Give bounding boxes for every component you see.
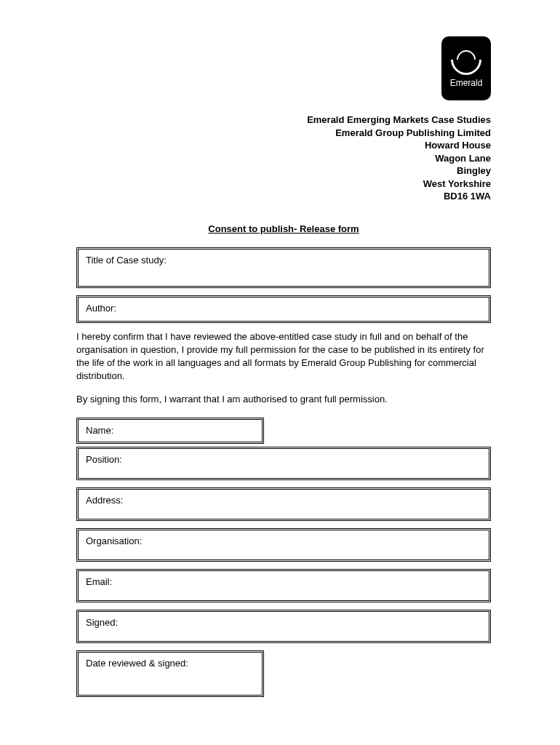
- date-label: Date reviewed & signed:: [86, 658, 188, 669]
- logo-container: Emerald: [76, 36, 491, 100]
- address-line: Howard House: [76, 139, 491, 152]
- publisher-address: Emerald Emerging Markets Case Studies Em…: [76, 113, 491, 203]
- title-label: Title of Case study:: [86, 255, 167, 266]
- address-line: Emerald Emerging Markets Case Studies: [76, 113, 491, 127]
- address-line: Bingley: [76, 164, 491, 178]
- swirl-icon: [451, 44, 481, 75]
- organisation-field[interactable]: Organisation:: [76, 528, 491, 562]
- author-label: Author:: [86, 303, 116, 314]
- address-label-field: Address:: [86, 495, 123, 506]
- form-title: Consent to publish- Release form: [76, 223, 491, 234]
- emerald-logo: Emerald: [441, 36, 491, 100]
- address-field[interactable]: Address:: [76, 487, 491, 521]
- address-line: BD16 1WA: [76, 190, 491, 203]
- name-field[interactable]: Name:: [76, 418, 264, 444]
- name-label: Name:: [86, 425, 113, 436]
- consent-paragraph-1: I hereby confirm that I have reviewed th…: [76, 330, 491, 383]
- date-field[interactable]: Date reviewed & signed:: [76, 650, 264, 697]
- address-line: Emerald Group Publishing Limited: [76, 127, 491, 140]
- title-field[interactable]: Title of Case study:: [76, 247, 491, 288]
- address-line: West Yorkshire: [76, 178, 491, 191]
- email-field[interactable]: Email:: [76, 569, 491, 602]
- position-field[interactable]: Position:: [76, 447, 491, 480]
- logo-text: Emerald: [450, 78, 483, 88]
- position-label: Position:: [86, 454, 122, 465]
- address-line: Wagon Lane: [76, 152, 491, 165]
- signed-label: Signed:: [86, 617, 118, 628]
- author-field[interactable]: Author:: [76, 295, 491, 323]
- organisation-label: Organisation:: [86, 535, 142, 546]
- email-label: Email:: [86, 576, 112, 587]
- signed-field[interactable]: Signed:: [76, 610, 491, 643]
- consent-paragraph-2: By signing this form, I warrant that I a…: [76, 393, 491, 406]
